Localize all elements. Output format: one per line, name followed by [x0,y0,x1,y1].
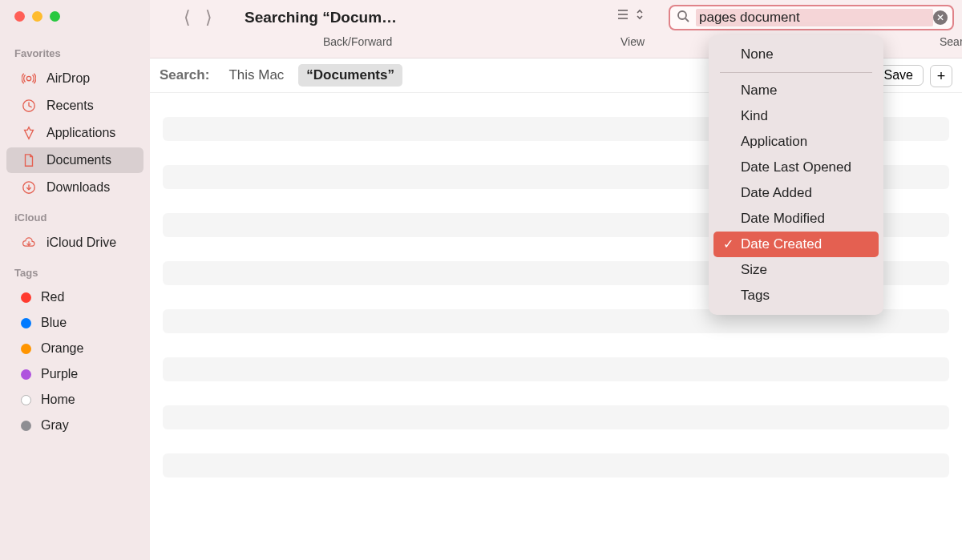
back-button[interactable]: ⟨ [184,9,191,26]
sidebar-item-label: Applications [46,126,115,140]
add-criteria-button[interactable]: + [930,65,952,87]
menu-item-application[interactable]: Application [709,129,883,155]
sidebar-item-tag-blue[interactable]: Blue [6,311,143,335]
tag-dot-icon [21,292,31,303]
finder-window: FavoritesAirDropRecentsApplicationsDocum… [0,0,962,560]
sidebar-item-tag-orange[interactable]: Orange [6,336,143,361]
sidebar-item-applications[interactable]: Applications [6,120,143,146]
sidebar-item-label: Downloads [46,180,110,195]
search-field[interactable]: pages document ✕ [669,5,954,30]
tag-dot-icon [21,421,31,431]
sidebar-item-icloud-drive[interactable]: iCloud Drive [6,230,143,256]
sidebar-section-favorites: Favorites [0,38,150,64]
sidebar-item-airdrop[interactable]: AirDrop [6,66,143,91]
menu-item-date-last-opened[interactable]: Date Last Opened [709,155,883,180]
result-placeholder-row [163,357,949,381]
sidebar-item-label: Blue [41,316,67,330]
tag-dot-icon [21,369,31,380]
label-search: Search [940,35,962,48]
minimize-window-button[interactable] [32,11,42,22]
window-title: Searching “Docum… [245,9,397,26]
clock-icon [21,98,37,114]
zoom-window-button[interactable] [50,11,60,22]
download-icon [21,179,37,195]
sidebar-item-label: Orange [41,341,83,356]
airdrop-icon [21,71,37,87]
tag-dot-icon [21,395,31,405]
sidebar-item-label: Recents [46,99,94,113]
sidebar-item-label: Red [41,290,64,304]
label-view: View [620,35,645,48]
svg-point-0 [26,76,30,80]
result-placeholder-row [163,453,949,477]
forward-button[interactable]: ⟩ [205,9,212,26]
scope-option-documents[interactable]: “Documents” [298,64,402,87]
menu-item-tags[interactable]: Tags [709,283,883,308]
sidebar-item-label: Purple [41,367,78,381]
tag-dot-icon [21,318,31,328]
sidebar-item-tag-gray[interactable]: Gray [6,413,143,437]
search-icon [677,10,689,26]
sidebar-item-documents[interactable]: Documents [6,147,143,173]
svg-point-12 [678,11,686,19]
menu-item-date-modified[interactable]: Date Modified [709,206,883,232]
sidebar-item-tag-purple[interactable]: Purple [6,362,143,386]
menu-item-name[interactable]: Name [709,78,883,103]
menu-item-date-created[interactable]: Date Created [713,232,879,257]
menu-item-size[interactable]: Size [709,257,883,283]
sidebar-item-label: iCloud Drive [46,236,116,250]
menu-separator [720,72,872,73]
menu-item-date-added[interactable]: Date Added [709,180,883,206]
sidebar-item-downloads[interactable]: Downloads [6,175,143,200]
sidebar-item-label: Gray [41,418,69,433]
scope-label: Search: [160,67,209,83]
toolbar: ⟨ ⟩ Searching “Docum… » [150,0,962,58]
view-switcher[interactable] [616,8,644,21]
scope-option-this-mac[interactable]: This Mac [220,64,292,87]
nav-arrows: ⟨ ⟩ [184,9,212,26]
sidebar-item-recents[interactable]: Recents [6,93,143,119]
sidebar-section-tags: Tags [0,257,150,284]
sidebar-item-label: AirDrop [46,71,90,86]
sidebar-item-tag-red[interactable]: Red [6,285,143,309]
sidebar-item-label: Documents [46,153,111,167]
window-controls [0,8,150,38]
search-input-text[interactable]: pages document [696,9,933,26]
menu-item-none[interactable]: None [709,42,883,67]
cloud-icon [21,235,37,251]
clear-search-button[interactable]: ✕ [933,10,948,25]
apps-icon [21,125,37,141]
result-placeholder-row [163,405,949,429]
sidebar-item-tag-home[interactable]: Home [6,388,143,412]
tag-dot-icon [21,344,31,354]
label-backforward: Back/Forward [323,35,392,48]
menu-item-kind[interactable]: Kind [709,103,883,129]
sidebar: FavoritesAirDropRecentsApplicationsDocum… [0,0,150,560]
sidebar-item-label: Home [41,393,75,407]
svg-line-13 [685,18,689,22]
group-by-menu: NoneNameKindApplicationDate Last OpenedD… [709,35,883,315]
document-icon [21,152,37,168]
main-area: ⟨ ⟩ Searching “Docum… » [150,0,962,560]
close-window-button[interactable] [14,11,25,22]
sidebar-section-icloud: iCloud [0,202,150,228]
